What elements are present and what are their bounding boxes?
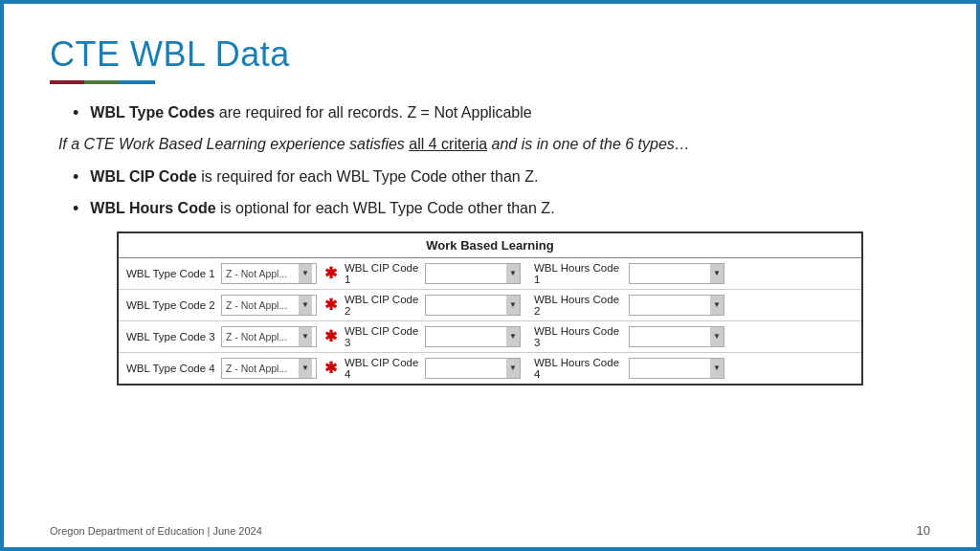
- wbl-cip-code-bold: WBL CIP Code: [90, 168, 196, 185]
- italic-if: If: [58, 136, 67, 152]
- type-select-1-value: Z - Not Appl...: [226, 268, 299, 279]
- page-title: CTE WBL Data: [50, 34, 930, 75]
- hours-label-3: WBL Hours Code 3: [534, 325, 625, 348]
- table-row: WBL Type Code 4 Z - Not Appl... ▼ ✱ WBL …: [119, 353, 861, 384]
- cip-select-1[interactable]: ▼: [425, 263, 521, 284]
- wbl-hours-code-bold: WBL Hours Code: [90, 200, 215, 216]
- hours-select-1-arrow[interactable]: ▼: [710, 264, 724, 283]
- type-label-3: WBL Type Code 3: [126, 331, 217, 342]
- italic-and: and: [492, 136, 518, 152]
- cip-label-2: WBL CIP Code 2: [345, 294, 421, 317]
- wbl-table: Work Based Learning WBL Type Code 1 Z - …: [117, 231, 863, 386]
- bullet-3: • WBL Hours Code is optional for each WB…: [73, 197, 930, 221]
- type-label-1: WBL Type Code 1: [126, 268, 217, 279]
- bullet-icon-2: •: [73, 165, 78, 189]
- type-select-2-arrow[interactable]: ▼: [299, 296, 312, 315]
- type-select-2-value: Z - Not Appl...: [226, 299, 299, 311]
- cip-label-3: WBL CIP Code 3: [345, 325, 421, 348]
- cip-select-1-arrow[interactable]: ▼: [506, 264, 520, 283]
- table-title: Work Based Learning: [119, 233, 861, 258]
- slide: CTE WBL Data • WBL Type Codes are requir…: [0, 0, 980, 551]
- title-underline: [50, 80, 155, 84]
- page-number: 10: [917, 523, 930, 538]
- bullet-2-text: WBL CIP Code is required for each WBL Ty…: [90, 165, 538, 188]
- hours-label-2: WBL Hours Code 2: [534, 294, 625, 317]
- cip-select-4[interactable]: ▼: [425, 358, 521, 379]
- criteria-underline: all 4 criteria: [409, 136, 487, 152]
- hours-label-1: WBL Hours Code 1: [534, 262, 625, 285]
- cip-select-3[interactable]: ▼: [425, 326, 521, 347]
- cip-select-2-arrow[interactable]: ▼: [506, 296, 520, 315]
- hours-select-3[interactable]: ▼: [629, 326, 724, 347]
- italic-line: If a CTE Work Based Learning experience …: [50, 133, 930, 156]
- type-select-3[interactable]: Z - Not Appl... ▼: [221, 326, 317, 347]
- type-select-2[interactable]: Z - Not Appl... ▼: [221, 295, 317, 316]
- bullet-icon-1: •: [73, 101, 78, 125]
- hours-select-3-arrow[interactable]: ▼: [710, 327, 724, 346]
- cip-select-2[interactable]: ▼: [425, 295, 521, 316]
- asterisk-3: ✱: [324, 327, 337, 345]
- hours-select-4[interactable]: ▼: [629, 358, 724, 379]
- cip-label-1: WBL CIP Code 1: [345, 262, 421, 285]
- asterisk-4: ✱: [324, 359, 337, 377]
- hours-select-2[interactable]: ▼: [629, 295, 724, 316]
- hours-select-1[interactable]: ▼: [629, 263, 724, 284]
- bullet-2: • WBL CIP Code is required for each WBL …: [73, 165, 930, 189]
- hours-select-4-arrow[interactable]: ▼: [710, 359, 724, 378]
- type-select-1-arrow[interactable]: ▼: [299, 264, 312, 283]
- table-row: WBL Type Code 1 Z - Not Appl... ▼ ✱ WBL …: [119, 258, 861, 290]
- bullet-icon-3: •: [73, 197, 78, 221]
- bullet-1-text: WBL Type Codes are required for all reco…: [90, 101, 531, 124]
- table-row: WBL Type Code 2 Z - Not Appl... ▼ ✱ WBL …: [119, 290, 861, 321]
- cip-select-4-arrow[interactable]: ▼: [506, 359, 520, 378]
- table-row: WBL Type Code 3 Z - Not Appl... ▼ ✱ WBL …: [119, 321, 861, 353]
- content-area: • WBL Type Codes are required for all re…: [50, 101, 930, 222]
- bullet-1: • WBL Type Codes are required for all re…: [73, 101, 930, 125]
- italic-one: one: [553, 136, 579, 152]
- cip-other-than-z: other than Z: [452, 168, 534, 185]
- type-select-1[interactable]: Z - Not Appl... ▼: [221, 263, 317, 284]
- type-label-4: WBL Type Code 4: [126, 363, 217, 374]
- hours-select-2-arrow[interactable]: ▼: [710, 296, 724, 315]
- cip-label-4: WBL CIP Code 4: [345, 357, 421, 380]
- type-select-3-value: Z - Not Appl...: [226, 331, 299, 342]
- cip-select-3-arrow[interactable]: ▼: [506, 327, 520, 346]
- footer-left: Oregon Department of Education | June 20…: [50, 525, 262, 537]
- type-label-2: WBL Type Code 2: [126, 299, 217, 311]
- asterisk-2: ✱: [324, 296, 337, 314]
- asterisk-1: ✱: [324, 264, 337, 282]
- type-select-4-arrow[interactable]: ▼: [299, 359, 312, 378]
- hours-other-than-z: other than Z: [468, 200, 550, 216]
- wbl-type-codes-bold: WBL Type Codes: [90, 104, 214, 121]
- type-select-4[interactable]: Z - Not Appl... ▼: [221, 358, 317, 379]
- bullet-3-text: WBL Hours Code is optional for each WBL …: [90, 197, 554, 220]
- type-select-3-arrow[interactable]: ▼: [299, 327, 312, 346]
- footer: Oregon Department of Education | June 20…: [50, 523, 930, 538]
- type-select-4-value: Z - Not Appl...: [226, 363, 299, 374]
- hours-label-4: WBL Hours Code 4: [534, 357, 625, 380]
